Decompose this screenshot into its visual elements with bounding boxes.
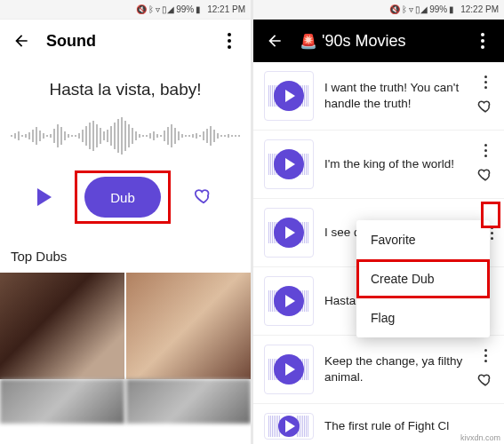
page-title-text: '90s Movies bbox=[322, 32, 405, 50]
overflow-button[interactable] bbox=[472, 30, 493, 52]
menu-item-create-dub[interactable]: Create Dub bbox=[356, 259, 490, 298]
watermark: kivxdn.com bbox=[460, 433, 500, 442]
screen-category: 🔇 ᛒ ▿ ▯◢ 99% ▮ 12:22 PM 🚨 '90s Movies I … bbox=[253, 0, 504, 444]
app-bar: 🚨 '90s Movies bbox=[253, 20, 504, 62]
page-title: 🚨 '90s Movies bbox=[300, 32, 458, 51]
sound-thumbnail[interactable] bbox=[264, 276, 314, 326]
play-icon bbox=[274, 81, 304, 111]
dots-vertical-icon bbox=[481, 33, 484, 49]
play-icon bbox=[274, 218, 304, 248]
favorite-button[interactable] bbox=[477, 166, 493, 186]
thumbnail-row-2 bbox=[0, 379, 251, 424]
item-overflow-button[interactable] bbox=[491, 226, 493, 240]
heart-icon bbox=[194, 186, 213, 205]
dub-thumbnail[interactable] bbox=[0, 379, 124, 424]
dub-thumbnail[interactable] bbox=[126, 379, 251, 424]
sound-thumbnail[interactable] bbox=[264, 413, 314, 440]
play-icon bbox=[274, 149, 304, 179]
play-button[interactable] bbox=[37, 188, 52, 206]
page-title: Sound bbox=[46, 32, 204, 51]
sound-title: The first rule of Fight Cl bbox=[324, 418, 493, 434]
sound-thumbnail[interactable] bbox=[264, 71, 314, 121]
controls-row: Dub bbox=[0, 158, 251, 242]
dots-vertical-icon bbox=[228, 33, 231, 49]
back-button[interactable] bbox=[11, 30, 32, 52]
wifi-icon: ▿ bbox=[156, 4, 160, 14]
dub-button[interactable]: Dub bbox=[84, 177, 161, 218]
wifi-icon: ▿ bbox=[409, 4, 413, 14]
sound-title: I'm the king of the world! bbox=[324, 156, 467, 172]
list-item[interactable]: I want the truth! You can't handle the t… bbox=[253, 62, 504, 131]
signal-icon: ▯◢ bbox=[415, 4, 428, 14]
arrow-left-icon bbox=[12, 32, 30, 50]
thumbnail-row-1 bbox=[0, 273, 251, 379]
bluetooth-icon: ᛒ bbox=[402, 4, 407, 14]
dub-thumbnail[interactable] bbox=[126, 273, 251, 379]
favorite-button[interactable] bbox=[194, 186, 213, 209]
favorite-button[interactable] bbox=[477, 371, 493, 391]
status-bar: 🔇 ᛒ ▿ ▯◢ 99% ▮ 12:22 PM bbox=[253, 0, 504, 20]
siren-icon: 🚨 bbox=[300, 34, 317, 49]
list-item[interactable]: I'm the king of the world! bbox=[253, 131, 504, 199]
arrow-left-icon bbox=[266, 32, 284, 50]
signal-icon: ▯◢ bbox=[162, 4, 174, 14]
section-top-dubs: Top Dubs bbox=[0, 242, 251, 273]
play-icon bbox=[278, 416, 300, 437]
battery-icon: ▮ bbox=[449, 4, 454, 14]
item-overflow-button[interactable] bbox=[484, 75, 487, 89]
app-bar: Sound bbox=[0, 20, 251, 62]
item-overflow-button[interactable] bbox=[484, 349, 487, 362]
waveform-icon bbox=[10, 114, 241, 158]
sound-thumbnail[interactable] bbox=[264, 208, 314, 258]
list-item[interactable]: Keep the change, ya filthy animal. bbox=[253, 336, 504, 404]
context-menu: Favorite Create Dub Flag bbox=[356, 220, 490, 337]
mute-icon: 🔇 bbox=[389, 4, 400, 14]
sound-title: Keep the change, ya filthy animal. bbox=[324, 353, 467, 385]
item-overflow-button[interactable] bbox=[484, 144, 487, 157]
sound-title: I want the truth! You can't handle the t… bbox=[324, 80, 467, 111]
status-time: 12:21 PM bbox=[207, 4, 245, 14]
waveform bbox=[0, 114, 251, 158]
battery-icon: ▮ bbox=[196, 4, 201, 14]
status-time: 12:22 PM bbox=[460, 4, 499, 14]
sound-thumbnail[interactable] bbox=[264, 345, 314, 394]
battery-text: 99% bbox=[429, 4, 447, 14]
menu-item-flag[interactable]: Flag bbox=[356, 298, 490, 337]
play-icon bbox=[274, 286, 304, 316]
dub-thumbnail[interactable] bbox=[0, 273, 124, 379]
back-button[interactable] bbox=[264, 30, 285, 52]
screen-sound: 🔇 ᛒ ▿ ▯◢ 99% ▮ 12:21 PM Sound Hasta la v… bbox=[0, 0, 251, 444]
highlight-frame-dub: Dub bbox=[75, 170, 171, 224]
favorite-button[interactable] bbox=[477, 98, 493, 117]
battery-text: 99% bbox=[176, 4, 194, 14]
menu-item-favorite[interactable]: Favorite bbox=[356, 220, 490, 259]
play-icon bbox=[274, 354, 304, 385]
sound-title: Hasta la vista, baby! bbox=[0, 62, 251, 114]
status-bar: 🔇 ᛒ ▿ ▯◢ 99% ▮ 12:21 PM bbox=[0, 0, 251, 20]
mute-icon: 🔇 bbox=[136, 4, 147, 14]
sound-thumbnail[interactable] bbox=[264, 139, 314, 189]
bluetooth-icon: ᛒ bbox=[148, 4, 154, 14]
overflow-button[interactable] bbox=[219, 30, 240, 52]
